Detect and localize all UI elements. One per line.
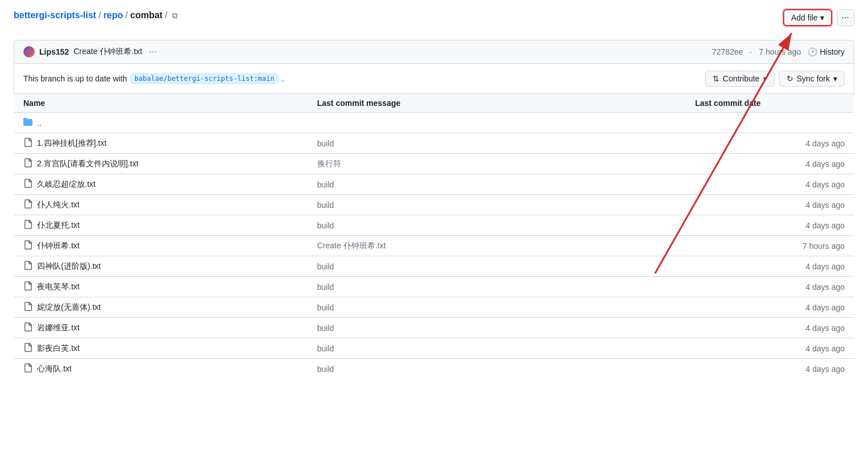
file-icon bbox=[23, 261, 32, 272]
commit-date-cell: 4 days ago bbox=[686, 256, 854, 277]
branch-actions: ⇅ Contribute ▾ ↻ Sync fork ▾ bbox=[705, 71, 845, 87]
commit-left: Lips152 Create 仆钟班希.txt ··· bbox=[23, 46, 159, 58]
commit-date-cell: 4 days ago bbox=[686, 297, 854, 318]
folder-link[interactable]: .. bbox=[37, 118, 42, 128]
file-link[interactable]: 夜电芙琴.txt bbox=[37, 282, 80, 292]
avatar bbox=[23, 46, 35, 58]
table-row: 影夜白芙.txtbuild4 days ago bbox=[14, 338, 854, 359]
commit-message-cell: build bbox=[308, 359, 686, 379]
history-link[interactable]: 🕐 History bbox=[808, 47, 845, 56]
branch-text-before: This branch is up to date with bbox=[23, 74, 127, 83]
file-link[interactable]: 岩娜维亚.txt bbox=[37, 323, 80, 333]
branch-bar: This branch is up to date with babalae/b… bbox=[14, 64, 854, 94]
copy-path-icon[interactable]: ⧉ bbox=[172, 11, 178, 21]
col-date-header: Last commit date bbox=[686, 94, 854, 113]
table-row: 四神队(进阶版).txtbuild4 days ago bbox=[14, 256, 854, 277]
commit-date-cell: 4 days ago bbox=[686, 277, 854, 297]
branch-text-after: . bbox=[282, 74, 284, 83]
add-file-dropdown-icon: ▾ bbox=[820, 13, 824, 22]
commit-hash[interactable]: 72782ee bbox=[712, 47, 743, 56]
commit-bar: Lips152 Create 仆钟班希.txt ··· 72782ee · 7 … bbox=[14, 40, 854, 64]
file-icon bbox=[23, 302, 32, 313]
sync-label: Sync fork bbox=[797, 74, 830, 83]
commit-date-cell: 4 days ago bbox=[686, 318, 854, 338]
add-file-button[interactable]: Add file ▾ bbox=[783, 9, 832, 26]
table-row: 仆人纯火.txtbuild4 days ago bbox=[14, 195, 854, 215]
table-row: 心海队.txtbuild4 days ago bbox=[14, 359, 854, 379]
file-icon bbox=[23, 363, 32, 374]
contribute-dropdown-icon: ▾ bbox=[763, 74, 767, 83]
commit-date-cell: 4 days ago bbox=[686, 174, 854, 195]
file-link[interactable]: 心海队.txt bbox=[37, 364, 72, 374]
file-link[interactable]: 四神队(进阶版).txt bbox=[37, 261, 101, 272]
commit-message-cell: 换行符 bbox=[308, 154, 686, 174]
commit-separator: · bbox=[750, 47, 752, 56]
table-row: 2.宵宫队[请看文件内说明].txt换行符4 days ago bbox=[14, 154, 854, 174]
table-row: 妮绽放(无蔷体).txtbuild4 days ago bbox=[14, 297, 854, 318]
col-commit-header: Last commit message bbox=[308, 94, 686, 113]
more-options-button[interactable]: ··· bbox=[837, 9, 854, 26]
contribute-icon: ⇅ bbox=[713, 74, 719, 83]
file-link[interactable]: 1.四神挂机[推荐].txt bbox=[37, 138, 107, 149]
commit-right: 72782ee · 7 hours ago 🕐 History bbox=[712, 47, 845, 56]
commit-message-cell: build bbox=[308, 256, 686, 277]
commit-message-cell: Create 仆钟班希.txt bbox=[308, 236, 686, 256]
file-icon bbox=[23, 240, 32, 251]
breadcrumb-repo-owner[interactable]: bettergi-scripts-list bbox=[14, 10, 96, 21]
commit-message-cell: build bbox=[308, 174, 686, 195]
file-link[interactable]: 仆北夏托.txt bbox=[37, 220, 80, 231]
sync-dropdown-icon: ▾ bbox=[833, 74, 837, 83]
contribute-button[interactable]: ⇅ Contribute ▾ bbox=[705, 71, 775, 87]
commit-message: Create 仆钟班希.txt bbox=[73, 47, 142, 57]
table-row: 1.四神挂机[推荐].txtbuild4 days ago bbox=[14, 133, 854, 154]
sync-fork-button[interactable]: ↻ Sync fork ▾ bbox=[779, 71, 845, 87]
col-name-header: Name bbox=[14, 94, 308, 113]
table-row: 岩娜维亚.txtbuild4 days ago bbox=[14, 318, 854, 338]
file-icon bbox=[23, 281, 32, 292]
commit-message-cell: build bbox=[308, 195, 686, 215]
table-row: 夜电芙琴.txtbuild4 days ago bbox=[14, 277, 854, 297]
commit-username[interactable]: Lips152 bbox=[39, 47, 69, 56]
top-action-bar: Add file ▾ ··· bbox=[783, 9, 854, 26]
commit-message-cell: build bbox=[308, 297, 686, 318]
file-link[interactable]: 2.宵宫队[请看文件内说明].txt bbox=[37, 159, 138, 169]
file-link[interactable]: 仆人纯火.txt bbox=[37, 200, 80, 210]
breadcrumb: bettergi-scripts-list / repo / combat / … bbox=[14, 10, 178, 21]
commit-date-cell: 4 days ago bbox=[686, 154, 854, 174]
file-link[interactable]: 影夜白芙.txt bbox=[37, 343, 80, 354]
branch-status-text: This branch is up to date with babalae/b… bbox=[23, 73, 284, 84]
table-row: 久岐忍超绽放.txtbuild4 days ago bbox=[14, 174, 854, 195]
commit-date-cell bbox=[686, 113, 854, 133]
file-icon bbox=[23, 322, 32, 333]
file-icon bbox=[23, 199, 32, 210]
commit-message-cell: build bbox=[308, 318, 686, 338]
table-row: .. bbox=[14, 113, 854, 133]
commit-date-cell: 4 days ago bbox=[686, 215, 854, 236]
table-header-row: Name Last commit message Last commit dat… bbox=[14, 94, 854, 113]
commit-date-cell: 4 days ago bbox=[686, 195, 854, 215]
commit-message-cell: build bbox=[308, 277, 686, 297]
breadcrumb-sep3: / bbox=[165, 10, 167, 21]
commit-date-cell: 4 days ago bbox=[686, 133, 854, 154]
breadcrumb-sep2: / bbox=[125, 10, 128, 21]
commit-date-cell: 4 days ago bbox=[686, 359, 854, 379]
file-link[interactable]: 仆钟班希.txt bbox=[37, 241, 80, 251]
file-link[interactable]: 久岐忍超绽放.txt bbox=[37, 179, 96, 190]
commit-message-cell: build bbox=[308, 338, 686, 359]
breadcrumb-repo[interactable]: repo bbox=[103, 10, 123, 21]
breadcrumb-sep1: / bbox=[99, 10, 101, 21]
sync-icon: ↻ bbox=[787, 74, 793, 83]
file-icon bbox=[23, 158, 32, 169]
commit-time: 7 hours ago bbox=[759, 47, 801, 56]
contribute-label: Contribute bbox=[723, 74, 760, 83]
history-label: History bbox=[820, 47, 845, 56]
commit-message-cell: build bbox=[308, 215, 686, 236]
commit-expand-button[interactable]: ··· bbox=[147, 47, 159, 57]
file-icon bbox=[23, 179, 32, 190]
file-link[interactable]: 妮绽放(无蔷体).txt bbox=[37, 302, 101, 313]
branch-ref: babalae/bettergi-scripts-list:main bbox=[130, 73, 279, 84]
table-row: 仆北夏托.txtbuild4 days ago bbox=[14, 215, 854, 236]
history-icon: 🕐 bbox=[808, 47, 817, 56]
file-icon bbox=[23, 138, 32, 149]
file-icon bbox=[23, 220, 32, 231]
